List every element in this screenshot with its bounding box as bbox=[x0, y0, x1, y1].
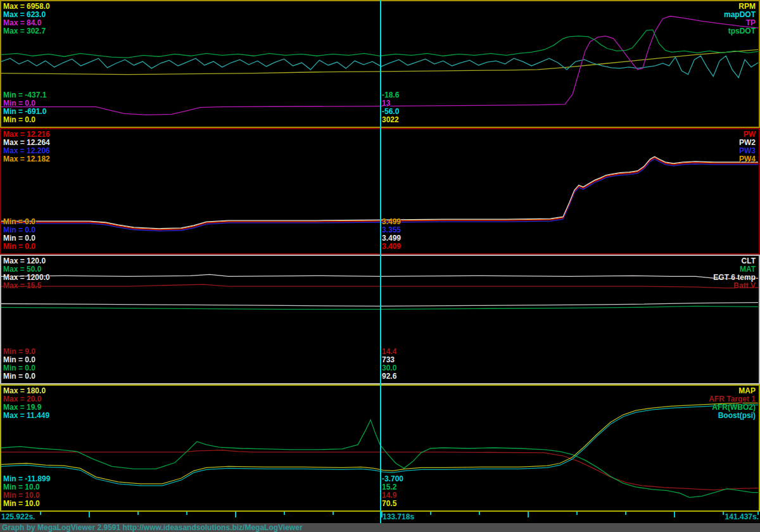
cursor-value: 3.409 bbox=[382, 243, 401, 251]
pw-min-labels: Min = 0.0Min = 0.0Min = 0.0Min = 0.0 bbox=[3, 218, 35, 251]
time-tick bbox=[40, 512, 41, 515]
cursor-value: 92.6 bbox=[382, 372, 396, 381]
time-tick bbox=[625, 512, 626, 515]
legend-entry[interactable]: Boost(psi) bbox=[709, 412, 756, 420]
time-end-label: 141.437s. bbox=[725, 512, 759, 521]
temps-max-labels: Max = 120.0Max = 50.0Max = 1200.0Max = 1… bbox=[3, 257, 50, 290]
temps-cursor-values: 14.473330.092.6 bbox=[382, 348, 396, 381]
pw-max-labels: Max = 12.216Max = 12.264Max = 12.206Max … bbox=[3, 130, 50, 163]
status-text: Graph by MegaLogViewer 2.9591 http://www… bbox=[2, 523, 303, 532]
map-afr-min-labels: Min = -11.899Min = 10.0Min = 10.0Min = 1… bbox=[3, 475, 50, 508]
time-tick bbox=[332, 512, 334, 515]
pw-cursor-values: 3.4993.3553.4993.409 bbox=[382, 218, 401, 251]
megalogviewer-graph: Max = 6958.0Max = 623.0Max = 84.0Max = 3… bbox=[0, 0, 760, 532]
rpm-min-labels: Min = -437.1Min = 0.0Min = -691.0Min = 0… bbox=[3, 91, 46, 124]
time-tick bbox=[757, 512, 759, 515]
time-tick bbox=[479, 512, 480, 515]
cursor-value: 3022 bbox=[382, 116, 399, 124]
map-afr-legend: MAPAFR Target 1AFR(WBO2)Boost(psi) bbox=[709, 387, 756, 420]
time-cursor-line[interactable] bbox=[380, 0, 381, 523]
time-start-label: 125.922s. bbox=[1, 512, 35, 521]
time-tick bbox=[284, 512, 285, 515]
time-tick bbox=[430, 512, 431, 515]
min-label: Min = 10.0 bbox=[3, 500, 50, 508]
pw-legend: PWPW2PW3PW4 bbox=[739, 130, 756, 163]
max-label: Max = 302.7 bbox=[3, 27, 50, 35]
max-label: Max = 11.449 bbox=[3, 412, 49, 420]
map-afr-cursor-values: -3.70015.214.970.5 bbox=[382, 475, 403, 508]
temps-legend: CLTMATEGT 6 tempBatt V bbox=[713, 257, 756, 290]
time-tick bbox=[89, 512, 90, 517]
rpm-legend: RPMmapDOTTPtpsDOT bbox=[724, 3, 756, 35]
time-tick bbox=[528, 512, 529, 517]
time-tick bbox=[674, 512, 675, 517]
time-tick bbox=[381, 512, 383, 517]
time-tick bbox=[186, 512, 187, 515]
time-tick bbox=[723, 512, 724, 515]
status-bar: Graph by MegaLogViewer 2.9591 http://www… bbox=[0, 523, 760, 532]
time-tick bbox=[235, 512, 236, 517]
legend-entry[interactable]: tpsDOT bbox=[724, 27, 756, 35]
rpm-cursor-values: -18.613-56.03022 bbox=[382, 91, 399, 124]
min-label: Min = 0.0 bbox=[3, 372, 35, 381]
time-tick bbox=[137, 512, 139, 515]
cursor-value: 70.5 bbox=[382, 500, 403, 508]
legend-entry[interactable]: PW4 bbox=[739, 155, 756, 163]
map-afr-max-labels: Max = 180.0Max = 20.0Max = 19.9Max = 11.… bbox=[3, 387, 49, 420]
legend-entry[interactable]: Batt V bbox=[713, 282, 756, 290]
rpm-max-labels: Max = 6958.0Max = 623.0Max = 84.0Max = 3… bbox=[3, 3, 50, 35]
temps-min-labels: Min = 9.0Min = 0.0Min = 0.0Min = 0.0 bbox=[3, 348, 35, 381]
time-tick bbox=[576, 512, 578, 515]
max-label: Max = 15.5 bbox=[3, 282, 50, 290]
time-cursor-label: 133.718s bbox=[383, 512, 414, 521]
min-label: Min = 0.0 bbox=[3, 116, 46, 124]
max-label: Max = 12.182 bbox=[3, 155, 50, 163]
min-label: Min = 0.0 bbox=[3, 243, 35, 251]
